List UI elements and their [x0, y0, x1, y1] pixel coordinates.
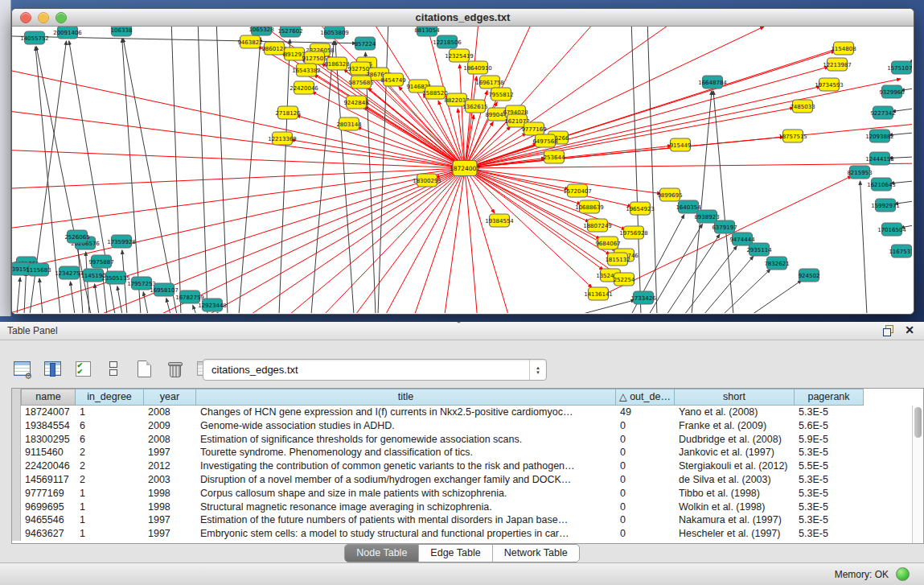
graph-node[interactable]: 1065328 [248, 27, 273, 35]
cell-in_degree[interactable]: 2 [76, 459, 144, 473]
graph-node[interactable]: 6379197 [712, 220, 737, 233]
graph-node[interactable]: 16958107 [150, 283, 179, 296]
graph-node[interactable]: 12213987 [823, 58, 852, 71]
graph-node[interactable]: 857224 [355, 37, 376, 50]
select-rows-button[interactable]: ✔✔ [72, 358, 93, 379]
graph-edge[interactable] [291, 140, 465, 168]
cell-short[interactable]: Nakamura et al. (1997) [675, 513, 795, 527]
graph-node[interactable]: 8186328 [324, 57, 349, 70]
graph-node[interactable]: 17016504 [877, 223, 906, 236]
graph-node[interactable]: 1362615 [462, 100, 487, 113]
cell-pagerank[interactable]: 5.9E-5 [795, 433, 864, 447]
cell-out_de[interactable]: 0 [616, 433, 675, 447]
cell-short[interactable]: Tibbo et al. (1998) [675, 487, 795, 501]
graph-node[interactable]: 9127505 [302, 51, 326, 64]
cell-out_de[interactable]: 0 [616, 419, 675, 433]
graph-node[interactable]: 9975887 [88, 255, 113, 268]
cell-pagerank[interactable]: 5.3E-5 [795, 501, 864, 514]
graph-node[interactable]: 19654923 [626, 202, 655, 215]
graph-node[interactable]: 9463822 [237, 35, 262, 48]
graph-edge[interactable] [465, 168, 483, 313]
graph-node[interactable]: 2935114 [746, 243, 772, 256]
graph-edge[interactable] [39, 278, 43, 313]
cell-name[interactable]: 18300295 [21, 433, 76, 447]
graph-node[interactable]: 16210643 [867, 178, 896, 191]
cell-pagerank[interactable]: 5.3E-5 [795, 513, 864, 527]
cell-out_de[interactable]: 0 [616, 446, 675, 459]
splitter-handle[interactable]: ⌁ [457, 319, 466, 324]
cell-short[interactable]: Stergiakouli et al. (2012) [675, 459, 795, 473]
column-header-out_de[interactable]: △ out_de… [616, 389, 675, 406]
graph-edge[interactable] [117, 286, 122, 313]
graph-node[interactable]: 106338 [111, 27, 133, 36]
graph-edge[interactable] [311, 41, 334, 313]
graph-edge[interactable] [193, 168, 465, 313]
cell-in_degree[interactable]: 2 [76, 446, 144, 459]
vertical-scrollbar[interactable] [912, 406, 923, 543]
graph-node[interactable]: 19384554 [485, 214, 514, 227]
graph-node[interactable]: 12213369 [268, 132, 297, 145]
cell-in_degree[interactable]: 1 [76, 487, 144, 501]
graph-edge[interactable] [198, 27, 207, 313]
graph-edge[interactable] [465, 163, 912, 168]
close-icon[interactable]: ✕ [905, 324, 914, 336]
graph-node[interactable]: 9684067 [595, 237, 620, 249]
graph-edge[interactable] [363, 107, 465, 168]
graph-node[interactable]: 2526065 [64, 230, 89, 243]
graph-node[interactable]: 13505135 [101, 271, 130, 284]
cell-title[interactable]: Genome-wide association studies in ADHD. [196, 419, 616, 433]
graph-edge[interactable] [12, 147, 465, 168]
cell-out_de[interactable]: 0 [616, 501, 675, 514]
graph-edge[interactable] [17, 278, 20, 313]
cell-year[interactable]: 2008 [144, 406, 196, 419]
graph-edge[interactable] [12, 168, 465, 192]
cell-name[interactable]: 9115460 [21, 446, 76, 459]
graph-node[interactable]: 19734593 [815, 78, 844, 91]
graph-edge[interactable] [649, 224, 702, 313]
cell-year[interactable]: 1997 [144, 446, 196, 459]
graph-node[interactable]: 8215953 [847, 166, 872, 179]
cell-in_degree[interactable]: 2 [76, 473, 144, 487]
cell-pagerank[interactable]: 5.5E-5 [795, 459, 864, 473]
cell-short[interactable]: Jankovic et al. (1997) [675, 446, 795, 459]
graph-edge[interactable] [78, 245, 83, 313]
graph-node[interactable]: 8813054 [414, 27, 440, 36]
graph-node[interactable]: 12342757 [55, 266, 84, 279]
graph-edge[interactable] [193, 305, 196, 313]
graph-node[interactable]: 12093882 [865, 130, 894, 142]
cell-year[interactable]: 1997 [144, 527, 196, 541]
scrollbar-thumb[interactable] [914, 407, 922, 438]
cell-short[interactable]: Hescheler et al. (1997) [675, 527, 795, 541]
cell-in_degree[interactable]: 6 [76, 433, 144, 447]
cell-short[interactable]: Dudbridge et al. (2008) [675, 433, 795, 447]
table-row[interactable]: 1830029562008Estimation of significance … [12, 433, 923, 447]
graph-node[interactable]: 20091406 [53, 27, 82, 39]
tab-network-table[interactable]: Network Table [493, 545, 579, 562]
cell-year[interactable]: 1998 [144, 487, 196, 501]
cell-name[interactable]: 19384554 [21, 419, 76, 433]
cell-name[interactable]: 14569117 [21, 473, 76, 487]
graph-edge[interactable] [24, 272, 26, 313]
cell-title[interactable]: Changes of HCN gene expression and I(f) … [196, 406, 616, 419]
graph-node[interactable]: 1815132 [605, 253, 630, 266]
cell-short[interactable]: Wolkin et al. (1998) [675, 501, 795, 514]
graph-edge[interactable] [752, 280, 802, 313]
graph-node[interactable]: 9899695 [657, 188, 682, 201]
network-window[interactable]: citations_edges.txt 18724007183002959463… [11, 8, 914, 315]
graph-node[interactable]: 9329966 [879, 85, 905, 98]
column-header-year[interactable]: year [144, 389, 196, 406]
tab-node-table[interactable]: Node Table [345, 545, 419, 562]
graph-node[interactable]: 18640910 [463, 61, 492, 74]
memory-status-indicator[interactable] [896, 567, 910, 581]
table-row[interactable]: 977716911998Corpus callosum shape and si… [12, 487, 923, 501]
cell-out_de[interactable]: 0 [616, 459, 675, 473]
cell-year[interactable]: 1998 [144, 501, 196, 514]
cell-pagerank[interactable]: 5.3E-5 [795, 406, 864, 419]
graph-edge[interactable] [312, 92, 465, 168]
graph-node[interactable]: 7955812 [488, 88, 513, 101]
graph-node[interactable]: 1733426 [630, 291, 656, 304]
table-settings-button[interactable]: ⚙ [11, 358, 32, 379]
table-selector-dropdown[interactable]: citations_edges.txt ▲▼ [203, 359, 547, 381]
graph-node[interactable]: 18807249 [583, 219, 612, 232]
cell-name[interactable]: 22420046 [21, 459, 76, 473]
